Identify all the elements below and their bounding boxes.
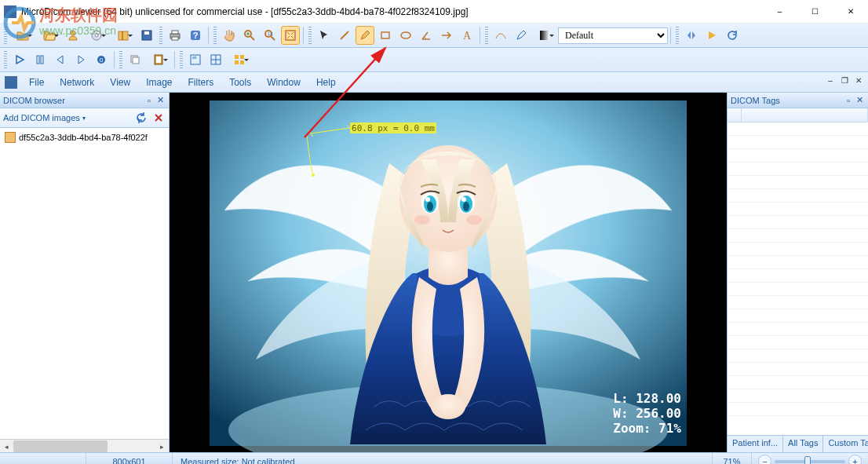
menu-file[interactable]: File (22, 75, 51, 90)
open-file-button[interactable] (10, 26, 35, 45)
status-zoom: 71% (713, 453, 752, 464)
arrow-tool[interactable] (437, 26, 456, 45)
menu-help[interactable]: Help (309, 75, 343, 90)
image-viewer[interactable]: 60.8 px = 0.0 mm L: 128.00 W: 256.00 Zoo… (170, 93, 728, 452)
overlay-button[interactable]: ab (186, 50, 205, 69)
svg-rect-36 (240, 60, 244, 64)
svg-rect-33 (235, 55, 239, 59)
line-tool[interactable] (335, 26, 354, 45)
print-button[interactable] (166, 26, 184, 45)
open-patient-button[interactable] (64, 26, 82, 45)
scroll-left-arrow[interactable]: ◂ (0, 440, 13, 453)
grip-icon[interactable] (308, 27, 312, 44)
menu-window[interactable]: Window (260, 75, 308, 90)
edit-button[interactable] (512, 26, 531, 45)
zoom-button[interactable] (240, 26, 259, 45)
cine-prev-button[interactable] (51, 50, 70, 69)
pan-button[interactable] (220, 26, 239, 45)
fit-window-button[interactable] (281, 26, 300, 45)
zoom-100-button[interactable]: 1:1 (261, 26, 279, 45)
lut-button[interactable] (532, 26, 557, 45)
grip-icon[interactable] (4, 27, 7, 44)
delete-icon[interactable] (151, 111, 166, 125)
separator (303, 27, 304, 44)
cine-pause-button[interactable] (31, 50, 49, 69)
grip-icon[interactable] (213, 27, 217, 44)
close-icon[interactable]: ✕ (155, 95, 166, 105)
mdi-close-button[interactable]: ✕ (852, 74, 865, 86)
save-button[interactable] (137, 26, 156, 45)
zoom-thumb[interactable] (804, 456, 811, 465)
grip-icon[interactable] (4, 51, 7, 68)
cine-play-button[interactable] (10, 50, 29, 69)
angle-tool[interactable] (417, 26, 436, 45)
help-button[interactable]: ? (186, 26, 205, 45)
tab-all-tags[interactable]: All Tags (783, 436, 823, 452)
scroll-thumb[interactable] (13, 440, 108, 452)
grid-header[interactable] (728, 108, 868, 122)
menu-tools[interactable]: Tools (222, 75, 258, 90)
svg-point-48 (463, 202, 469, 211)
grip-icon[interactable] (180, 51, 183, 68)
zoom-out-button[interactable]: − (758, 455, 771, 464)
grip-icon[interactable] (485, 27, 488, 44)
grip-icon[interactable] (676, 27, 679, 44)
tree-item[interactable]: df55c2a3-3ddb-4bd4-ba78-4f022f (0, 130, 169, 144)
mdi-restore-button[interactable]: ❐ (838, 74, 851, 86)
h-scrollbar[interactable]: ◂ ▸ (0, 439, 169, 452)
main-panels: DICOM browser ▫ ✕ Add DICOM images df55c… (0, 93, 868, 452)
text-tool[interactable]: A (458, 26, 476, 45)
svg-rect-8 (144, 31, 149, 35)
add-dicom-images-button[interactable]: Add DICOM images (3, 113, 86, 122)
grip-icon[interactable] (159, 27, 162, 44)
menu-image[interactable]: Image (139, 75, 179, 90)
panel-title: DICOM browser (3, 96, 65, 105)
separator (174, 51, 175, 68)
clipboard-button[interactable] (146, 50, 171, 69)
panel-head: DICOM Tags ▫ ✕ (728, 93, 868, 108)
minimize-button[interactable]: – (762, 0, 797, 23)
svg-text:?: ? (193, 31, 199, 40)
zoom-in-button[interactable]: + (848, 455, 862, 464)
grip-icon[interactable] (119, 51, 122, 68)
mdi-minimize-button[interactable]: – (824, 74, 837, 86)
play-button[interactable] (702, 26, 721, 45)
ellipse-tool[interactable] (396, 26, 415, 45)
app-icon (4, 5, 16, 18)
refresh-icon[interactable] (134, 111, 148, 125)
menu-network[interactable]: Network (53, 75, 101, 90)
pin-icon[interactable]: ▫ (144, 96, 155, 105)
menu-view[interactable]: View (103, 75, 137, 90)
maximize-button[interactable]: ☐ (797, 0, 833, 23)
roi-curve-button[interactable] (491, 26, 510, 45)
svg-rect-23 (41, 56, 43, 64)
cine-next-button[interactable] (71, 50, 90, 69)
layout-button[interactable] (227, 50, 252, 69)
open-cd-button[interactable] (84, 26, 109, 45)
svg-text:W:  256.00: W: 256.00 (613, 406, 681, 421)
flip-h-button[interactable] (682, 26, 701, 45)
pointer-tool[interactable] (315, 26, 334, 45)
menu-filters[interactable]: Filters (181, 75, 221, 90)
copy-button[interactable] (126, 50, 144, 69)
cine-loop-button[interactable]: 0 (92, 50, 111, 69)
separator (208, 27, 209, 44)
toolbar-row-2: 0 ab (0, 48, 868, 72)
pencil-tool[interactable] (356, 26, 374, 45)
refresh-button[interactable] (723, 26, 742, 45)
open-zip-button[interactable] (111, 26, 136, 45)
rect-tool[interactable] (376, 26, 395, 45)
open-folder-button[interactable] (37, 26, 62, 45)
status-blank (0, 453, 86, 464)
tab-patient-info[interactable]: Patient inf... (728, 436, 783, 452)
scroll-right-arrow[interactable]: ▸ (155, 440, 169, 453)
close-button[interactable]: ✕ (833, 0, 868, 23)
close-icon[interactable]: ✕ (854, 95, 865, 105)
panel-title: DICOM Tags (731, 96, 780, 105)
preset-combo[interactable]: Default (558, 27, 668, 44)
tab-custom-tags[interactable]: Custom Ta... (823, 436, 868, 452)
pin-icon[interactable]: ▫ (843, 96, 854, 105)
zoom-track[interactable] (775, 460, 845, 463)
zoom-slider[interactable]: − + (752, 455, 868, 464)
split-button[interactable] (206, 50, 225, 69)
